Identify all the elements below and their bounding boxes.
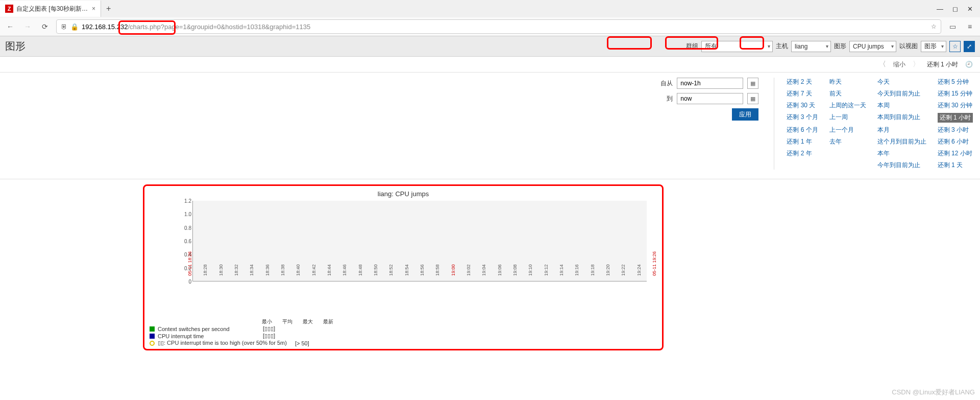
legend-series-name: CPU interrupt time [158, 333, 260, 339]
address-bar: ← → ⟳ ⛨ 🔒 192.168.15.232/charts.php?page… [0, 17, 980, 36]
x-axis-ticks: 05-11 18:2618:2818:3018:3218:3418:3618:3… [187, 276, 652, 307]
time-preset-link[interactable]: 还剩 2 天 [787, 78, 818, 86]
graph-select[interactable]: CPU jumps [849, 41, 896, 52]
tab-title: 自定义图表 [每30秒刷新… [16, 5, 88, 13]
y-tick-label: 0.8 [184, 225, 191, 230]
trigger-condition: [> 50] [295, 340, 309, 346]
time-preset-link[interactable]: 前天 [829, 89, 866, 98]
host-label: 主机 [776, 42, 788, 51]
legend-col-header: 最新 [323, 318, 333, 325]
x-tick-label: 18:46 [342, 264, 347, 276]
time-preset-link[interactable]: 昨天 [829, 78, 866, 86]
zoom-out-button[interactable]: 缩小 [893, 60, 905, 69]
x-tick-label: 18:38 [280, 264, 285, 276]
x-tick-label: 18:40 [296, 264, 301, 276]
time-preset-link[interactable]: 今天 [877, 78, 926, 86]
fullscreen-icon[interactable]: ⤢ [964, 41, 975, 52]
maximize-icon[interactable]: ◻ [952, 5, 958, 13]
legend-swatch [150, 326, 155, 332]
x-tick-label: 18:48 [358, 264, 363, 276]
group-select[interactable]: 所有 [701, 41, 773, 52]
time-preset-link[interactable]: 上一周 [829, 113, 866, 123]
trigger-label: ▯▯: CPU interrupt time is too high (over… [158, 340, 287, 346]
browser-tab[interactable]: Z 自定义图表 [每30秒刷新… × [0, 1, 101, 17]
url-input[interactable]: ⛨ 🔒 192.168.15.232/charts.php?page=1&gro… [56, 19, 941, 34]
time-next-icon[interactable]: 〉 [913, 60, 920, 69]
time-preset-link[interactable]: 还剩 3 小时 [938, 126, 973, 134]
time-preset-link[interactable]: 这个月到目前为止 [877, 137, 926, 146]
x-tick-label: 18:58 [435, 264, 440, 276]
x-tick-label: 18:32 [234, 264, 239, 276]
time-preset-link[interactable]: 还剩 30 天 [787, 101, 818, 110]
view-select[interactable]: 图形 [921, 41, 946, 52]
to-input[interactable] [677, 93, 743, 104]
legend-series-name: Context switches per second [158, 326, 260, 332]
x-tick-label: 05-11 19:26 [652, 251, 657, 276]
chart-legend: 最小平均最大最新 Context switches per second[▯▯▯… [150, 318, 657, 346]
to-calendar-icon[interactable]: ▦ [747, 93, 758, 104]
x-tick-label: 19:14 [559, 264, 564, 276]
y-tick-label: 1.2 [184, 198, 191, 204]
time-preset-link[interactable]: 今年到目前为止 [877, 161, 926, 170]
time-range-label: 还剩 1 小时 [927, 60, 958, 69]
time-preset-link[interactable]: 还剩 5 分钟 [938, 78, 973, 86]
close-window-icon[interactable]: ✕ [967, 5, 973, 13]
new-tab-button[interactable]: + [101, 4, 116, 13]
favorite-icon[interactable]: ☆ [949, 41, 961, 52]
zabbix-favicon: Z [5, 5, 13, 13]
save-page-icon[interactable]: ▭ [946, 22, 959, 31]
legend-swatch [150, 334, 155, 339]
page-header: 图形 群组 所有 主机 liang 图形 CPU jumps 以视图 图形 ☆ … [0, 36, 980, 57]
x-tick-label: 19:00 [451, 264, 456, 276]
menu-icon[interactable]: ≡ [964, 22, 976, 31]
x-tick-label: 19:24 [636, 264, 642, 276]
host-select[interactable]: liang [791, 41, 831, 52]
x-tick-label: 19:10 [528, 264, 533, 276]
time-preset-link[interactable]: 上周的这一天 [829, 101, 866, 110]
time-preset-link[interactable]: 今天到目前为止 [877, 89, 926, 98]
time-preset-link[interactable]: 还剩 1 年 [787, 137, 818, 146]
clock-icon[interactable]: 🕘 [965, 61, 973, 68]
back-button[interactable]: ← [4, 22, 16, 31]
time-preset-link[interactable]: 还剩 1 天 [938, 161, 973, 170]
x-tick-label: 19:06 [497, 264, 502, 276]
time-preset-link[interactable]: 上一个月 [829, 126, 866, 134]
time-preset-link[interactable]: 还剩 3 个月 [787, 113, 818, 123]
url-text: 192.168.15.232/charts.php?page=1&groupid… [82, 23, 928, 31]
time-preset-link[interactable]: 还剩 6 小时 [938, 137, 973, 146]
x-tick-label: 18:30 [218, 264, 224, 276]
time-preset-link[interactable]: 还剩 15 分钟 [938, 89, 973, 98]
time-preset-link[interactable]: 还剩 2 年 [787, 149, 818, 158]
time-preset-link[interactable]: 本周到目前为止 [877, 113, 926, 123]
x-tick-label: 19:22 [621, 264, 626, 276]
y-tick-label: 0.6 [184, 239, 191, 244]
legend-row: CPU interrupt time[▯▯▯] [150, 333, 657, 339]
time-preset-link[interactable]: 还剩 1 小时 [938, 113, 973, 123]
y-tick-label: 1.0 [184, 211, 191, 217]
x-tick-label: 19:12 [544, 264, 549, 276]
chart-title: liang: CPU jumps [150, 190, 657, 198]
close-tab-icon[interactable]: × [88, 5, 95, 12]
apply-button[interactable]: 应用 [732, 108, 758, 121]
x-tick-label: 18:28 [203, 264, 208, 276]
legend-row: Context switches per second[▯▯▯] [150, 325, 657, 332]
legend-values: [▯▯▯] [263, 333, 275, 339]
x-tick-label: 18:34 [249, 264, 254, 276]
x-tick-label: 19:16 [574, 264, 579, 276]
time-preset-link[interactable]: 本年 [877, 149, 926, 158]
time-preset-link[interactable]: 去年 [829, 137, 866, 146]
time-preset-link[interactable]: 还剩 12 小时 [938, 149, 973, 158]
from-calendar-icon[interactable]: ▦ [747, 78, 758, 89]
time-preset-link[interactable]: 本周 [877, 101, 926, 110]
reload-button[interactable]: ⟳ [39, 22, 51, 31]
minimize-icon[interactable]: — [937, 5, 943, 13]
forward-button[interactable]: → [21, 22, 34, 31]
time-preset-link[interactable]: 还剩 30 分钟 [938, 101, 973, 110]
page-title: 图形 [5, 39, 26, 53]
time-preset-link[interactable]: 还剩 6 个月 [787, 126, 818, 134]
time-preset-link[interactable]: 还剩 7 天 [787, 89, 818, 98]
from-input[interactable] [677, 78, 743, 89]
bookmark-star-icon[interactable]: ☆ [931, 23, 937, 30]
time-preset-link[interactable]: 本月 [877, 126, 926, 134]
time-prev-icon[interactable]: 〈 [879, 60, 886, 69]
